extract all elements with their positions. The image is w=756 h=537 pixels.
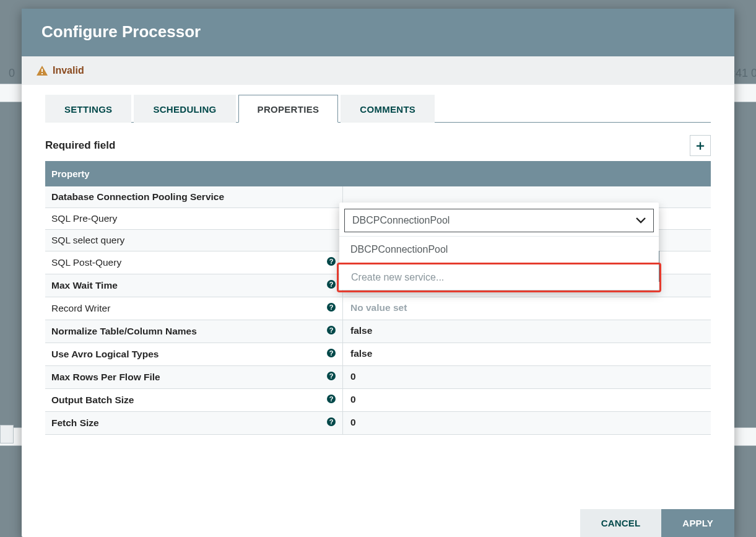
tab-properties[interactable]: PROPERTIES [238,95,339,123]
status-label: Invalid [53,65,84,76]
bg-count: 0 [9,67,15,80]
column-header-property[interactable]: Property [45,161,342,186]
help-icon[interactable]: ? [326,279,336,292]
cancel-button[interactable]: CANCEL [580,509,662,537]
status-bar: Invalid [22,56,734,85]
property-name: SQL Pre-Query [51,213,117,224]
tab-bar: SETTINGS SCHEDULING PROPERTIES COMMENTS [45,95,711,123]
table-row[interactable]: Record Writer?No value set [45,297,711,320]
svg-text:?: ? [329,326,334,334]
dropdown-option-dbcp[interactable]: DBCPConnectionPool [339,236,659,263]
table-row[interactable]: Normalize Table/Column Names?false [45,320,711,343]
bg-block [0,425,14,443]
property-name-cell: Database Connection Pooling Service [45,186,342,207]
property-name-cell: SQL select query [45,230,342,251]
dialog-footer: CANCEL APPLY [22,509,734,537]
property-name-cell: Use Avro Logical Types? [45,343,342,365]
property-value-cell[interactable]: false [342,343,711,365]
help-icon[interactable]: ? [326,371,336,383]
bg-time: :41 0 [732,67,756,80]
property-value-cell[interactable]: false [342,320,711,343]
tab-comments[interactable]: COMMENTS [341,95,435,123]
property-name-cell: Fetch Size? [45,412,342,434]
svg-text:?: ? [329,281,334,288]
help-icon[interactable]: ? [326,417,336,429]
chevron-down-icon [636,216,646,225]
property-name: Max Rows Per Flow File [51,372,160,383]
property-name-cell: Max Rows Per Flow File? [45,366,342,388]
service-dropdown-select[interactable]: DBCPConnectionPool [344,209,654,232]
property-name: Max Wait Time [51,280,118,291]
property-name: SQL select query [51,235,124,246]
property-name-cell: SQL Post-Query? [45,251,342,274]
warning-icon [37,66,48,76]
property-name-cell: Record Writer? [45,297,342,320]
help-icon[interactable]: ? [326,302,336,315]
table-row[interactable]: Fetch Size?0 [45,412,711,435]
svg-rect-1 [41,69,43,72]
property-name-cell: Output Batch Size? [45,389,342,411]
help-icon[interactable]: ? [326,394,336,406]
apply-button[interactable]: APPLY [661,509,734,537]
svg-text:?: ? [329,418,334,426]
property-name-cell: Normalize Table/Column Names? [45,320,342,343]
svg-text:?: ? [329,395,334,403]
dialog-title: Configure Processor [22,9,734,56]
property-name: Fetch Size [51,417,99,429]
help-icon[interactable]: ? [326,256,336,269]
property-name: Use Avro Logical Types [51,349,159,360]
property-name: SQL Post-Query [51,257,121,268]
property-name-cell: Max Wait Time? [45,274,342,297]
required-field-label: Required field [45,139,115,152]
svg-text:?: ? [329,349,334,357]
svg-text:?: ? [329,372,334,380]
tab-scheduling[interactable]: SCHEDULING [134,95,235,123]
plus-icon: ＋ [693,136,707,155]
property-name: Normalize Table/Column Names [51,326,197,337]
property-value-cell[interactable]: 0 [342,412,711,434]
dropdown-selected-value: DBCPConnectionPool [352,215,450,226]
svg-text:?: ? [329,258,334,265]
property-name: Record Writer [51,303,110,314]
service-dropdown-popup: DBCPConnectionPool DBCPConnectionPool Cr… [339,203,659,290]
property-name: Output Batch Size [51,395,134,406]
help-icon[interactable]: ? [326,348,336,360]
add-property-button[interactable]: ＋ [690,135,711,156]
svg-rect-2 [41,73,43,74]
dialog-content: SETTINGS SCHEDULING PROPERTIES COMMENTS … [22,85,734,509]
grid-header: Property Value [45,161,711,186]
property-value-cell[interactable]: No value set [342,297,711,320]
property-value-cell[interactable]: 0 [342,366,711,388]
property-name: Database Connection Pooling Service [51,191,224,203]
property-name-cell: SQL Pre-Query [45,208,342,229]
table-row[interactable]: Output Batch Size?0 [45,389,711,412]
property-value-cell[interactable]: 0 [342,389,711,411]
dropdown-option-create-new-service[interactable]: Create new service... [337,263,661,292]
svg-text:?: ? [329,303,334,311]
table-row[interactable]: Max Rows Per Flow File?0 [45,366,711,389]
help-icon[interactable]: ? [326,325,336,338]
table-row[interactable]: Use Avro Logical Types?false [45,343,711,366]
tab-settings[interactable]: SETTINGS [45,95,131,123]
